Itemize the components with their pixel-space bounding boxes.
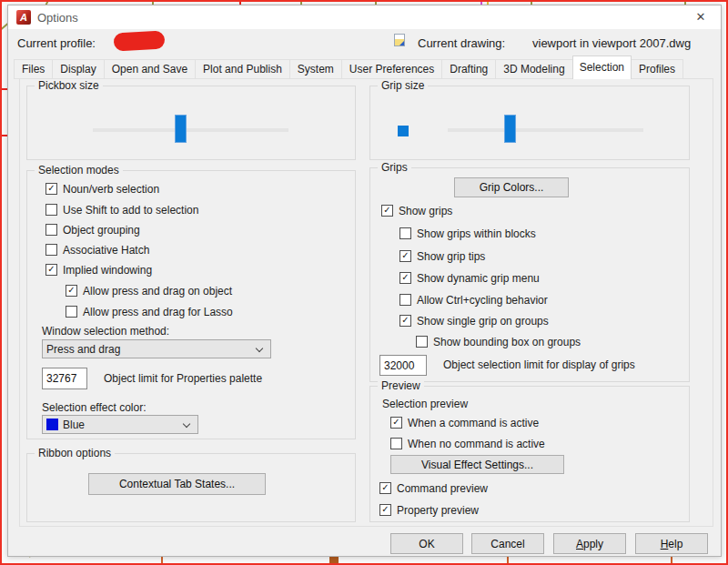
blue-color-swatch — [46, 419, 58, 430]
grip-colors-button[interactable]: Grip Colors... — [454, 177, 569, 197]
selection-effect-color-value: Blue — [63, 419, 85, 431]
checkbox-box — [46, 244, 57, 256]
tab-user-preferences[interactable]: User Preferences — [341, 59, 442, 79]
checkbox-show-grips-within-blocks[interactable]: Show grips within blocks — [399, 227, 536, 240]
object-limit-label: Object limit for Properties palette — [104, 372, 262, 385]
object-limit-input[interactable] — [42, 368, 87, 389]
checkbox-box — [399, 227, 411, 239]
grip-limit-input[interactable] — [379, 355, 427, 376]
background-drawing-mark — [507, 557, 509, 565]
tab-display[interactable]: Display — [52, 59, 104, 79]
checkbox-allow-ctrl-cycling[interactable]: Allow Ctrl+cycling behavior — [399, 293, 548, 307]
close-icon[interactable]: ✕ — [692, 9, 710, 25]
selection-modes-title: Selection modes — [35, 164, 123, 177]
tab-files[interactable]: Files — [14, 59, 53, 79]
checkbox-box: ✓ — [46, 183, 57, 195]
checkbox-implied-windowing[interactable]: ✓ Implied windowing — [46, 263, 152, 277]
checkbox-property-preview[interactable]: ✓ Property preview — [379, 503, 479, 517]
grip-limit-label: Object selection limit for display of gr… — [443, 358, 635, 371]
checkbox-show-single-grip-on-groups[interactable]: ✓ Show single grip on groups — [399, 314, 549, 328]
checkbox-command-preview[interactable]: ✓ Command preview — [379, 481, 488, 495]
contextual-tab-states-button[interactable]: Contextual Tab States... — [88, 473, 266, 495]
window-selection-method-label: Window selection method: — [42, 325, 169, 338]
window-selection-method-value: Press and drag — [46, 343, 120, 356]
checkbox-box — [399, 294, 411, 306]
background-drawing-mark — [0, 135, 7, 136]
checkbox-box: ✓ — [399, 315, 411, 327]
window-selection-method-dropdown[interactable]: Press and drag — [42, 339, 271, 358]
pickbox-size-slider-thumb[interactable] — [175, 115, 187, 143]
selection-effect-color-dropdown[interactable]: Blue — [42, 415, 198, 434]
ok-button[interactable]: OK — [390, 533, 463, 554]
preview-title: Preview — [378, 379, 424, 392]
options-dialog: A Options ✕ Current profile: Current dra… — [7, 5, 722, 557]
checkbox-box — [66, 306, 77, 318]
chevron-down-icon — [183, 420, 190, 428]
checkbox-press-drag-for-lasso[interactable]: Allow press and drag for Lasso — [66, 305, 233, 318]
current-drawing-name: viewport in viewport 2007.dwg — [532, 36, 691, 50]
checkbox-show-grips[interactable]: ✓ Show grips — [381, 204, 452, 217]
checkbox-noun-verb-selection[interactable]: ✓ Noun/verb selection — [46, 182, 159, 196]
grip-size-slider-thumb[interactable] — [504, 115, 516, 143]
tab-profiles[interactable]: Profiles — [631, 59, 683, 79]
tab-drafting[interactable]: Drafting — [441, 59, 496, 79]
apply-button[interactable]: Apply — [553, 533, 626, 554]
current-profile-label: Current profile: — [17, 36, 96, 50]
tab-3d-modeling[interactable]: 3D Modeling — [495, 59, 572, 79]
checkbox-when-command-active[interactable]: ✓ When a command is active — [390, 416, 539, 429]
checkbox-box: ✓ — [381, 205, 393, 217]
pickbox-size-group: Pickbox size — [26, 86, 356, 160]
tab-selection[interactable]: Selection — [572, 55, 632, 79]
tab-system[interactable]: System — [289, 59, 342, 79]
redacted-profile-name — [114, 31, 166, 52]
preview-group: Preview Selection preview ✓ When a comma… — [369, 386, 690, 522]
cancel-button[interactable]: Cancel — [471, 533, 544, 554]
checkbox-show-grip-tips[interactable]: ✓ Show grip tips — [399, 249, 485, 263]
grip-size-group: Grip size — [369, 86, 690, 160]
checkbox-box — [46, 204, 57, 216]
checkbox-box — [390, 438, 402, 449]
checkbox-box: ✓ — [46, 264, 57, 276]
checkbox-box — [416, 336, 428, 348]
title-bar: A Options ✕ — [8, 5, 721, 29]
grips-title: Grips — [378, 161, 411, 174]
background-drawing-mark — [671, 557, 672, 565]
checkbox-object-grouping[interactable]: Object grouping — [46, 223, 140, 237]
checkbox-box: ✓ — [379, 482, 391, 494]
tab-plot-and-publish[interactable]: Plot and Publish — [195, 59, 290, 79]
checkbox-box: ✓ — [399, 272, 411, 284]
grip-preview-swatch — [398, 126, 409, 136]
grip-size-title: Grip size — [378, 79, 428, 92]
checkbox-press-drag-on-object[interactable]: ✓ Allow press and drag on object — [66, 284, 232, 298]
checkbox-box: ✓ — [390, 417, 402, 429]
options-tab-bar: Files Display Open and Save Plot and Pub… — [14, 55, 682, 79]
window-title: Options — [37, 11, 78, 25]
drawing-file-icon — [394, 34, 405, 46]
checkbox-box — [46, 224, 57, 236]
ribbon-options-title: Ribbon options — [35, 447, 115, 459]
visual-effect-settings-button[interactable]: Visual Effect Settings... — [390, 455, 564, 474]
checkbox-when-no-command-active[interactable]: When no command is active — [390, 437, 545, 450]
pickbox-size-slider-track[interactable] — [93, 128, 288, 132]
pickbox-size-title: Pickbox size — [35, 79, 103, 92]
selection-modes-group: Selection modes ✓ Noun/verb selection Us… — [26, 170, 356, 439]
checkbox-box: ✓ — [399, 250, 411, 262]
tab-open-and-save[interactable]: Open and Save — [104, 59, 196, 79]
autocad-logo-icon: A — [16, 10, 31, 25]
checkbox-box: ✓ — [66, 285, 77, 297]
grips-group: Grips Grip Colors... ✓ Show grips Show g… — [369, 167, 690, 382]
checkbox-box: ✓ — [379, 504, 391, 516]
grip-size-slider-track[interactable] — [448, 128, 643, 132]
help-button[interactable]: Help — [635, 533, 708, 554]
checkbox-show-bounding-box-on-groups[interactable]: Show bounding box on groups — [416, 335, 581, 348]
current-drawing-label: Current drawing: — [418, 36, 505, 50]
selection-preview-label: Selection preview — [382, 398, 468, 410]
selection-effect-color-label: Selection effect color: — [42, 401, 147, 414]
checkbox-associative-hatch[interactable]: Associative Hatch — [46, 243, 149, 257]
checkbox-show-dynamic-grip-menu[interactable]: ✓ Show dynamic grip menu — [399, 271, 540, 285]
checkbox-use-shift-to-add[interactable]: Use Shift to add to selection — [46, 203, 198, 217]
chevron-down-icon — [256, 345, 263, 352]
background-drawing-mark — [0, 88, 7, 90]
ribbon-options-group: Ribbon options Contextual Tab States... — [26, 453, 356, 522]
